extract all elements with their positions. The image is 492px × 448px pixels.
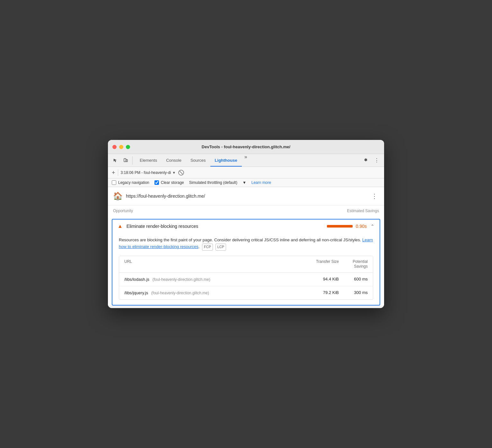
main-toolbar: Elements Console Sources Lighthouse » ⋮	[108, 154, 384, 167]
toolbar-actions: ⋮	[362, 156, 381, 165]
more-tabs-button[interactable]: »	[242, 154, 250, 167]
col-url-header: URL	[124, 259, 310, 269]
lh-more-button[interactable]: ⋮	[370, 191, 379, 201]
window-title: DevTools - foul-heavenly-direction.glitc…	[202, 144, 290, 149]
col-transfer-header: Transfer Size	[310, 259, 339, 269]
clear-storage-option: Clear storage	[154, 180, 184, 185]
estimated-savings-col-label: Estimated Savings	[347, 209, 379, 213]
clear-storage-checkbox[interactable]	[154, 180, 159, 185]
options-bar: Legacy navigation Clear storage Simulate…	[108, 178, 384, 187]
table-row: /libs/lodash.js (foul-heavenly-direction…	[119, 273, 373, 286]
col-savings-header: Potential Savings	[339, 259, 368, 269]
table-row: /libs/jquery.js (foul-heavenly-direction…	[119, 286, 373, 299]
content-area: 🏠 https://foul-heavenly-direction.glitch…	[108, 187, 384, 305]
row-url-2: /libs/jquery.js (foul-heavenly-direction…	[124, 290, 310, 295]
maximize-button[interactable]	[126, 145, 130, 149]
add-button[interactable]: +	[112, 170, 115, 176]
svg-rect-0	[124, 159, 126, 162]
minimize-button[interactable]	[119, 145, 123, 149]
fcp-badge: FCP	[202, 244, 213, 251]
table-header: URL Transfer Size Potential Savings	[119, 256, 373, 273]
learn-more-link[interactable]: Learn more	[251, 180, 271, 185]
lighthouse-url: https://foul-heavenly-direction.glitch.m…	[126, 194, 205, 199]
lh-logo-row: 🏠 https://foul-heavenly-direction.glitch…	[113, 192, 205, 201]
resources-table: URL Transfer Size Potential Savings /lib…	[119, 256, 373, 300]
lighthouse-logo-icon: 🏠	[113, 192, 123, 201]
legacy-navigation-option: Legacy navigation	[112, 180, 149, 185]
tab-sources[interactable]: Sources	[186, 154, 210, 167]
tab-lighthouse[interactable]: Lighthouse	[210, 154, 242, 167]
secondary-toolbar: + 3:18:06 PM - foul-heavenly-di ▼	[108, 167, 384, 178]
savings-time: 0.90s	[356, 224, 367, 229]
savings-bar-container: 0.90s	[327, 224, 367, 229]
lighthouse-header: 🏠 https://foul-heavenly-direction.glitch…	[108, 187, 384, 205]
no-throttling-icon	[178, 170, 184, 176]
opportunity-item: ▲ Eliminate render-blocking resources 0.…	[112, 219, 380, 305]
columns-header: Opportunity Estimated Savings	[108, 205, 384, 216]
opportunity-header[interactable]: ▲ Eliminate render-blocking resources 0.…	[112, 220, 380, 233]
url-display: 3:18:06 PM - foul-heavenly-di ▼	[121, 170, 176, 175]
warning-icon: ▲	[118, 223, 123, 229]
settings-icon[interactable]	[362, 156, 370, 165]
titlebar: DevTools - foul-heavenly-direction.glitc…	[108, 140, 384, 154]
inspect-icon[interactable]	[111, 156, 119, 165]
more-options-icon[interactable]: ⋮	[373, 156, 381, 165]
row-transfer-2: 79.2 KiB	[310, 290, 339, 296]
throttling-dropdown-arrow[interactable]: ▼	[242, 180, 246, 185]
opportunity-description: Resources are blocking the first paint o…	[112, 233, 380, 255]
device-icon[interactable]	[121, 156, 130, 165]
opportunity-title: Eliminate render-blocking resources	[127, 224, 327, 229]
tabs-container: Elements Console Sources Lighthouse »	[135, 154, 362, 167]
throttling-label: Simulated throttling (default)	[189, 180, 237, 185]
opportunity-col-label: Opportunity	[113, 209, 133, 213]
savings-bar	[327, 225, 353, 228]
url-dropdown-arrow[interactable]: ▼	[172, 171, 176, 175]
collapse-icon[interactable]: ⌃	[371, 224, 374, 229]
close-button[interactable]	[112, 145, 117, 149]
tab-elements[interactable]: Elements	[135, 154, 162, 167]
row-savings-1: 600 ms	[339, 277, 368, 282]
row-savings-2: 300 ms	[339, 290, 368, 296]
devtools-window: DevTools - foul-heavenly-direction.glitc…	[108, 140, 384, 308]
legacy-navigation-checkbox[interactable]	[112, 180, 116, 185]
row-transfer-1: 94.4 KiB	[310, 277, 339, 282]
svg-rect-1	[126, 159, 127, 162]
toolbar-icons	[111, 156, 133, 165]
traffic-lights	[112, 145, 130, 149]
separator	[118, 169, 118, 176]
row-url-1: /libs/lodash.js (foul-heavenly-direction…	[124, 277, 310, 282]
tab-console[interactable]: Console	[162, 154, 186, 167]
lcp-badge: LCP	[215, 244, 226, 251]
